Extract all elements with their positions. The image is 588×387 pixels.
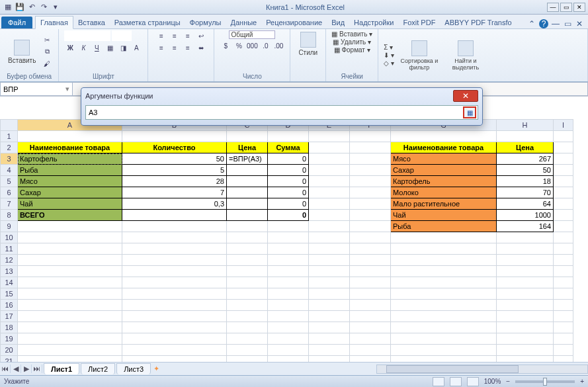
- worksheet-grid[interactable]: A B C D E F G H I 1 2 Наименование товар…: [0, 119, 588, 362]
- align-mid-icon[interactable]: ≡: [169, 30, 181, 41]
- row-header[interactable]: 4: [1, 165, 18, 176]
- cells-insert-button[interactable]: ▦ Вставить ▾: [331, 30, 372, 38]
- dialog-close-button[interactable]: ✕: [453, 90, 478, 102]
- cell[interactable]: [227, 210, 268, 221]
- row-header[interactable]: 21: [1, 356, 18, 363]
- cell[interactable]: [227, 165, 268, 176]
- cell[interactable]: [122, 210, 227, 221]
- cell[interactable]: 0: [268, 165, 309, 176]
- row-header[interactable]: 20: [1, 345, 18, 356]
- cell[interactable]: 64: [497, 198, 554, 210]
- select-all-corner[interactable]: [1, 120, 18, 131]
- row-header[interactable]: 10: [1, 232, 18, 243]
- zoom-slider[interactable]: [515, 380, 575, 383]
- cell[interactable]: Сумма: [268, 142, 309, 153]
- sheet-tab-1[interactable]: Лист1: [44, 363, 79, 374]
- cell[interactable]: 267: [497, 153, 554, 165]
- cell[interactable]: Наименование товара: [391, 142, 497, 153]
- font-color-icon[interactable]: A: [130, 42, 142, 53]
- cell[interactable]: Сахар: [18, 187, 122, 198]
- cell[interactable]: 28: [122, 176, 227, 187]
- number-format-select[interactable]: Общий: [229, 30, 275, 39]
- cells-delete-button[interactable]: ▦ Удалить ▾: [333, 38, 371, 46]
- tab-view[interactable]: Вид: [327, 17, 349, 28]
- cell[interactable]: Картофель: [391, 176, 497, 187]
- find-select-button[interactable]: Найти и выделить: [444, 39, 487, 72]
- cell[interactable]: Молоко: [391, 187, 497, 198]
- row-header[interactable]: 18: [1, 322, 18, 333]
- scrollbar-thumb[interactable]: [386, 365, 519, 373]
- fill-color-icon[interactable]: ◨: [117, 42, 129, 53]
- tab-review[interactable]: Рецензирование: [261, 17, 327, 28]
- save-icon[interactable]: 💾: [15, 2, 25, 13]
- undo-icon[interactable]: ↶: [26, 2, 37, 13]
- tab-data[interactable]: Данные: [226, 17, 261, 28]
- row-header[interactable]: 15: [1, 288, 18, 300]
- align-center-icon[interactable]: ≡: [169, 42, 181, 53]
- copy-icon[interactable]: ⧉: [41, 46, 53, 57]
- cell[interactable]: 1000: [497, 210, 554, 221]
- wrap-icon[interactable]: ↩: [195, 30, 207, 41]
- row-header[interactable]: 3: [1, 153, 18, 165]
- cell[interactable]: 0: [268, 153, 309, 165]
- name-box[interactable]: ВПР ▾: [0, 82, 73, 96]
- cell[interactable]: Мясо: [18, 176, 122, 187]
- sort-filter-button[interactable]: Сортировка и фильтр: [397, 39, 442, 72]
- row-header[interactable]: 6: [1, 187, 18, 198]
- cell[interactable]: 0: [268, 187, 309, 198]
- cell[interactable]: [227, 187, 268, 198]
- maximize-button[interactable]: ▭: [560, 3, 572, 12]
- cell[interactable]: 0: [268, 210, 309, 221]
- tab-formulas[interactable]: Формулы: [185, 17, 226, 28]
- name-box-dropdown-icon[interactable]: ▾: [65, 85, 69, 93]
- cell[interactable]: Сахар: [391, 165, 497, 176]
- inc-decimal-icon[interactable]: .0: [259, 40, 271, 51]
- help-icon[interactable]: ?: [539, 19, 548, 28]
- redo-icon[interactable]: ↷: [38, 2, 49, 13]
- sheet-tab-3[interactable]: Лист3: [116, 363, 151, 374]
- cell[interactable]: ВСЕГО: [18, 210, 122, 221]
- dialog-expand-button[interactable]: ▦: [463, 107, 476, 118]
- row-header[interactable]: 17: [1, 311, 18, 322]
- align-bot-icon[interactable]: ≡: [182, 30, 194, 41]
- row-header[interactable]: 16: [1, 300, 18, 311]
- zoom-out-button[interactable]: −: [506, 378, 510, 385]
- fill-icon[interactable]: ⬇ ▾: [384, 52, 394, 59]
- align-right-icon[interactable]: ≡: [182, 42, 194, 53]
- merge-icon[interactable]: ⬌: [195, 42, 207, 53]
- workbook-restore-icon[interactable]: ▭: [563, 19, 572, 28]
- cell[interactable]: 18: [497, 176, 554, 187]
- row-header[interactable]: 1: [1, 131, 18, 142]
- workbook-minimize-icon[interactable]: —: [551, 19, 560, 28]
- workbook-close-icon[interactable]: ✕: [575, 19, 584, 28]
- tab-page-layout[interactable]: Разметка страницы: [110, 17, 185, 28]
- cell[interactable]: Чай: [391, 210, 497, 221]
- sheet-nav-first-icon[interactable]: ⏮: [0, 365, 11, 373]
- underline-button[interactable]: Ч: [91, 42, 103, 53]
- currency-icon[interactable]: $: [220, 40, 231, 51]
- font-size-select[interactable]: [112, 30, 132, 41]
- tab-insert[interactable]: Вставка: [73, 17, 110, 28]
- cell[interactable]: Рыба: [391, 221, 497, 232]
- cell[interactable]: 5: [122, 165, 227, 176]
- cell[interactable]: Чай: [18, 198, 122, 210]
- row-header[interactable]: 7: [1, 198, 18, 210]
- col-header-i[interactable]: I: [554, 120, 573, 131]
- bold-button[interactable]: Ж: [64, 42, 76, 53]
- qat-dropdown-icon[interactable]: ▾: [50, 2, 61, 13]
- cut-icon[interactable]: ✂: [41, 34, 53, 45]
- cell[interactable]: 0: [268, 176, 309, 187]
- styles-button[interactable]: Стили: [296, 30, 320, 58]
- cell[interactable]: [227, 198, 268, 210]
- row-header[interactable]: 12: [1, 255, 18, 266]
- minimize-button[interactable]: —: [547, 3, 559, 12]
- tab-abbyy[interactable]: ABBYY PDF Transfo: [440, 17, 516, 28]
- comma-icon[interactable]: 000: [246, 40, 258, 51]
- cell[interactable]: Количество: [122, 142, 227, 153]
- cell[interactable]: 50: [497, 165, 554, 176]
- col-header-h[interactable]: H: [497, 120, 554, 131]
- new-sheet-icon[interactable]: ✦: [153, 365, 159, 373]
- file-tab[interactable]: Файл: [1, 17, 32, 28]
- paste-button[interactable]: Вставить: [5, 38, 38, 65]
- cell[interactable]: Мясо: [391, 153, 497, 165]
